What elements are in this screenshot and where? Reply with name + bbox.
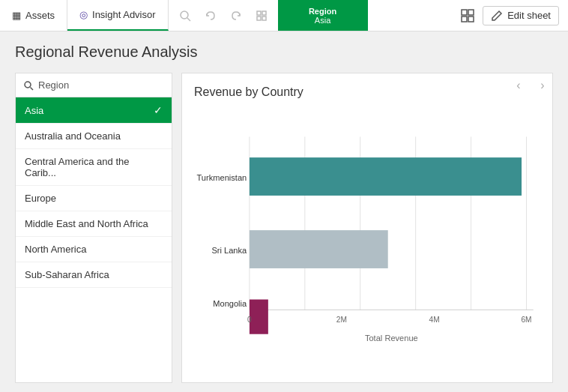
- region-filter-tag[interactable]: Region Asia: [278, 0, 368, 31]
- svg-point-0: [181, 11, 188, 19]
- next-page-button[interactable]: ›: [532, 75, 553, 96]
- grid-icon[interactable]: [456, 4, 480, 28]
- svg-rect-4: [257, 16, 261, 20]
- selected-checkmark: ✓: [154, 104, 163, 116]
- region-filter-sidebar: Region Asia ✓ Australia and Oceania Cent…: [15, 73, 172, 383]
- tab-assets[interactable]: ▦ Assets: [0, 0, 67, 31]
- svg-rect-8: [462, 16, 467, 22]
- label-sri-lanka: Sri Lanka: [211, 246, 247, 255]
- region-tag-label: Region: [309, 7, 336, 16]
- svg-line-11: [31, 87, 34, 90]
- sidebar-item-label: Europe: [25, 193, 56, 204]
- sidebar-item-asia[interactable]: Asia ✓: [16, 97, 172, 124]
- assets-icon: ▦: [12, 10, 21, 21]
- nav-right-actions: Edit sheet: [456, 0, 568, 31]
- bar-sri-lanka: [250, 230, 388, 268]
- edit-sheet-label: Edit sheet: [507, 10, 551, 21]
- sidebar-item-label: North America: [25, 244, 86, 255]
- svg-rect-5: [262, 16, 266, 20]
- svg-line-1: [187, 18, 190, 21]
- snap-icon[interactable]: [250, 4, 274, 28]
- redo-icon[interactable]: [224, 4, 248, 28]
- page-navigation: ‹ ›: [508, 75, 553, 96]
- region-tag-value: Asia: [315, 16, 330, 25]
- sidebar-item-label: Central America and the Carib...: [25, 156, 163, 178]
- sidebar-item-europe[interactable]: Europe: [16, 186, 172, 211]
- sidebar-item-list: Asia ✓ Australia and Oceania Central Ame…: [16, 97, 172, 382]
- page-title: Regional Revenue Analysis: [15, 43, 553, 61]
- svg-point-10: [25, 82, 31, 88]
- sidebar-item-sub-saharan[interactable]: Sub-Saharan Africa: [16, 262, 172, 288]
- x-tick-2m: 2M: [336, 316, 347, 324]
- chart-title: Revenue by Country: [194, 85, 540, 99]
- undo-icon[interactable]: [199, 4, 223, 28]
- svg-rect-2: [257, 11, 261, 15]
- search-tool-icon[interactable]: [173, 4, 197, 28]
- edit-sheet-button[interactable]: Edit sheet: [483, 6, 559, 25]
- svg-rect-9: [468, 16, 474, 22]
- sidebar-item-north-america[interactable]: North America: [16, 237, 172, 262]
- sidebar-item-label: Middle East and North Africa: [25, 218, 148, 229]
- chart-area: Turkmenistan Sri Lanka Mongolia 0 2M 4M …: [194, 111, 540, 370]
- assets-tab-label: Assets: [25, 10, 55, 21]
- insight-icon: ◎: [79, 9, 88, 20]
- x-tick-4m: 4M: [429, 316, 440, 324]
- sidebar-search-icon: [23, 80, 34, 91]
- label-mongolia: Mongolia: [213, 299, 247, 308]
- chart-panel: Revenue by Country Turkmenistan Sri Lank…: [181, 73, 553, 383]
- x-axis-label: Total Revenue: [365, 334, 418, 343]
- svg-rect-6: [462, 10, 467, 15]
- label-turkmenistan: Turkmenistan: [197, 173, 247, 182]
- insight-tab-label: Insight Advisor: [92, 9, 156, 20]
- top-navigation: ▦ Assets ◎ Insight Advisor: [0, 0, 568, 31]
- svg-rect-3: [262, 11, 266, 15]
- bar-turkmenistan: [250, 157, 522, 196]
- sidebar-search-bar[interactable]: Region: [16, 73, 172, 97]
- sidebar-item-central-america[interactable]: Central America and the Carib...: [16, 149, 172, 186]
- sidebar-item-label: Australia and Oceania: [25, 130, 121, 142]
- toolbar-icons: [169, 0, 278, 31]
- sidebar-item-middle-east[interactable]: Middle East and North Africa: [16, 211, 172, 237]
- x-tick-6m: 6M: [521, 316, 531, 324]
- sidebar-item-label: Asia: [25, 105, 43, 116]
- svg-rect-7: [468, 10, 474, 15]
- bar-chart-svg: Turkmenistan Sri Lanka Mongolia 0 2M 4M …: [194, 111, 540, 370]
- sidebar-item-australia[interactable]: Australia and Oceania: [16, 124, 172, 149]
- sidebar-item-label: Sub-Saharan Africa: [25, 269, 109, 280]
- bar-mongolia: [250, 300, 268, 334]
- tab-insight-advisor[interactable]: ◎ Insight Advisor: [67, 0, 169, 31]
- prev-page-button[interactable]: ‹: [508, 75, 529, 96]
- x-tick-0: 0: [247, 316, 252, 324]
- main-content: Region Asia ✓ Australia and Oceania Cent…: [0, 73, 568, 392]
- sidebar-search-label: Region: [38, 79, 69, 91]
